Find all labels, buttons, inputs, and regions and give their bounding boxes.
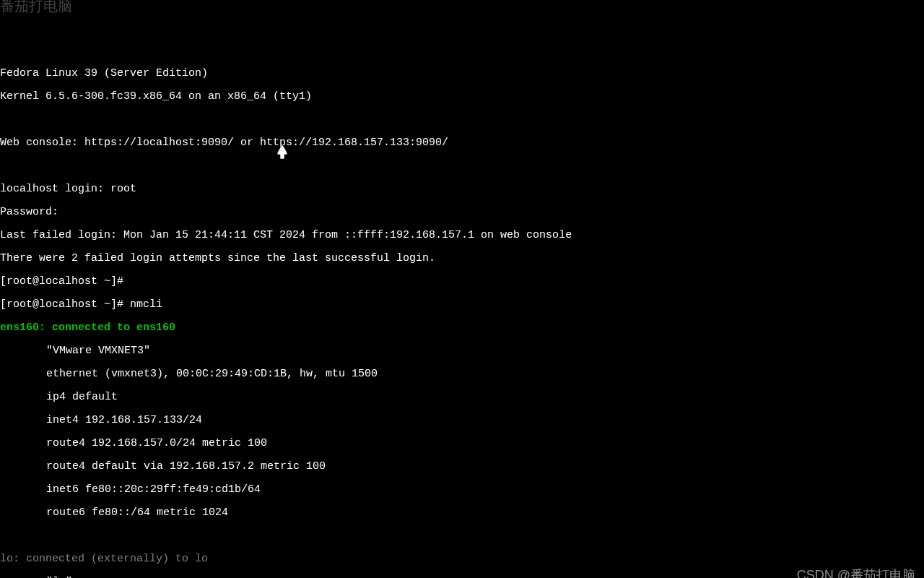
banner-kernel: Kernel 6.5.6-300.fc39.x86_64 on an x86_6… bbox=[0, 91, 924, 103]
login-prompt: localhost login: root bbox=[0, 184, 924, 195]
nmcli-lo-header: lo: connected (externally) to lo bbox=[0, 553, 924, 565]
nmcli-ens160-line: route4 default via 192.168.157.2 metric … bbox=[0, 461, 326, 473]
banner-os: Fedora Linux 39 (Server Edition) bbox=[0, 68, 924, 79]
nmcli-ens160-line: ip4 default bbox=[0, 392, 118, 403]
watermark-top: 番茄打电脑 bbox=[0, 0, 72, 12]
failed-attempts: There were 2 failed login attempts since… bbox=[0, 253, 924, 264]
nmcli-ens160-header: ens160: connected to ens160 bbox=[0, 322, 924, 334]
nmcli-ens160-line: inet4 192.168.157.133/24 bbox=[0, 415, 202, 426]
nmcli-ens160-line: inet6 fe80::20c:29ff:fe49:cd1b/64 bbox=[0, 484, 261, 496]
password-prompt: Password: bbox=[0, 207, 924, 218]
web-console-line: Web console: https://localhost:9090/ or … bbox=[0, 137, 924, 149]
last-failed-login: Last failed login: Mon Jan 15 21:44:11 C… bbox=[0, 230, 924, 241]
nmcli-ens160-line: route4 192.168.157.0/24 metric 100 bbox=[0, 438, 267, 449]
terminal-output: Fedora Linux 39 (Server Edition) Kernel … bbox=[0, 56, 924, 578]
nmcli-ens160-line: ethernet (vmxnet3), 00:0C:29:49:CD:1B, h… bbox=[0, 368, 378, 380]
shell-prompt-1: [root@localhost ~]# bbox=[0, 276, 924, 288]
nmcli-ens160-line: route6 fe80::/64 metric 1024 bbox=[0, 507, 228, 519]
nmcli-ens160-line: "VMware VMXNET3" bbox=[0, 345, 150, 357]
shell-prompt-nmcli: [root@localhost ~]# nmcli bbox=[0, 299, 924, 311]
terminal-screen[interactable]: 番茄打电脑 Fedora Linux 39 (Server Edition) K… bbox=[0, 0, 924, 578]
